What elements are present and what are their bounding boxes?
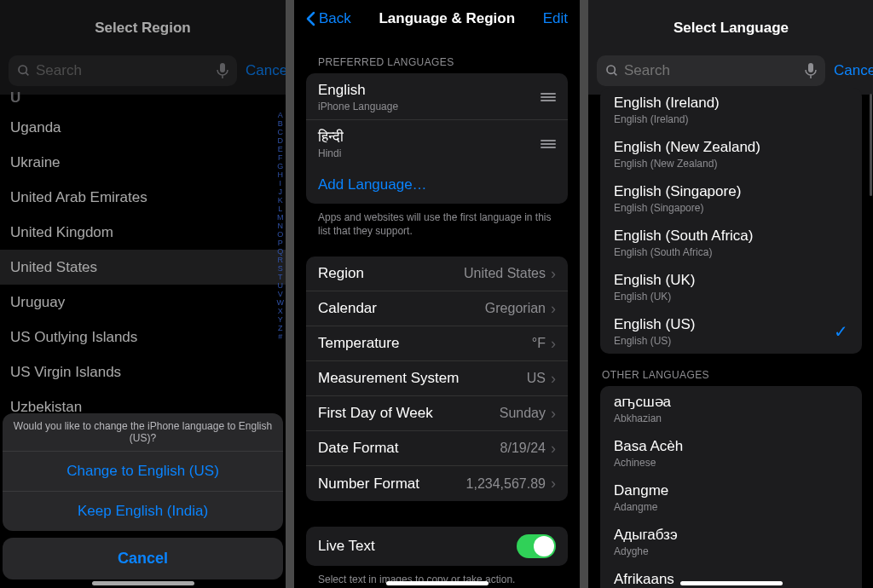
language-row[interactable]: аҧсшәаAbkhazian — [600, 386, 862, 431]
setting-row[interactable]: Number Format1,234,567.89 › — [306, 466, 568, 501]
other-languages-label: OTHER LANGUAGES — [588, 354, 873, 386]
language-row[interactable]: English (Ireland)English (Ireland) — [600, 88, 862, 132]
svg-rect-5 — [808, 63, 813, 72]
change-language-option[interactable]: Change to English (US) — [3, 452, 283, 492]
setting-row[interactable]: RegionUnited States › — [306, 257, 568, 291]
cancel-button[interactable]: Cancel — [3, 538, 283, 579]
mic-icon[interactable] — [805, 63, 817, 78]
language-region-screen: Back Language & Region Edit PREFERRED LA… — [294, 0, 580, 588]
setting-row[interactable]: CalendarGregorian › — [306, 291, 568, 326]
search-icon — [605, 64, 619, 78]
region-settings-card: RegionUnited States ›CalendarGregorian ›… — [306, 257, 568, 501]
language-row[interactable]: English (South Africa)English (South Afr… — [600, 221, 862, 265]
svg-line-4 — [614, 72, 616, 75]
preferred-language-row[interactable]: EnglishiPhone Language — [306, 73, 568, 120]
chevron-right-icon: › — [551, 370, 556, 388]
language-row[interactable]: English (New Zealand)English (New Zealan… — [600, 132, 862, 176]
search-input[interactable] — [624, 62, 805, 79]
preferred-note: Apps and websites will use the first lan… — [294, 204, 580, 238]
chevron-left-icon — [306, 11, 315, 26]
setting-row[interactable]: Temperature°F › — [306, 326, 568, 361]
nav-bar: Back Language & Region Edit — [294, 0, 580, 37]
chevron-right-icon: › — [551, 475, 556, 493]
preferred-languages-card: EnglishiPhone Languageहिन्दीHindi Add La… — [306, 73, 568, 204]
back-button[interactable]: Back — [306, 10, 351, 27]
chevron-right-icon: › — [551, 265, 556, 283]
chevron-right-icon: › — [551, 300, 556, 318]
edit-button[interactable]: Edit — [543, 10, 568, 27]
language-row[interactable]: English (UK)English (UK) — [600, 265, 862, 309]
page-title: Select Language — [588, 0, 873, 55]
chevron-right-icon: › — [551, 405, 556, 423]
keep-language-option[interactable]: Keep English (India) — [3, 492, 283, 531]
live-text-toggle[interactable] — [517, 534, 556, 558]
language-row[interactable]: АдыгабзэAdyghe — [600, 520, 862, 564]
setting-row[interactable]: First Day of WeekSunday › — [306, 396, 568, 431]
live-text-card: Live Text — [306, 527, 568, 566]
preferred-language-row[interactable]: हिन्दीHindi — [306, 120, 568, 166]
action-sheet: Would you like to change the iPhone lang… — [3, 413, 283, 579]
reorder-icon[interactable] — [541, 93, 556, 101]
language-screen: Select Language Cancel English (Ireland)… — [588, 0, 873, 588]
language-row[interactable]: English (US)English (US)✓ — [600, 309, 862, 354]
check-icon: ✓ — [834, 321, 848, 342]
chevron-right-icon: › — [551, 440, 556, 458]
setting-row[interactable]: Measurement SystemUS › — [306, 361, 568, 396]
scroll-indicator[interactable] — [870, 94, 872, 196]
home-indicator[interactable] — [680, 581, 783, 585]
home-indicator[interactable] — [386, 581, 489, 585]
live-text-label: Live Text — [318, 538, 375, 555]
prompt-message: Would you like to change the iPhone lang… — [3, 413, 283, 452]
language-list[interactable]: English (Ireland)English (Ireland)Englis… — [588, 88, 873, 588]
search-field[interactable] — [597, 55, 825, 86]
language-row[interactable]: English (Singapore)English (Singapore) — [600, 176, 862, 221]
svg-point-3 — [607, 66, 615, 73]
preferred-languages-label: PREFERRED LANGUAGES — [294, 37, 580, 73]
region-screen: Select Region Cancel U UgandaUkraineUnit… — [0, 0, 286, 588]
add-language-button[interactable]: Add Language… — [306, 166, 568, 204]
language-row[interactable]: Basa AcèhAchinese — [600, 431, 862, 476]
search-cancel[interactable]: Cancel — [834, 62, 873, 79]
chevron-right-icon: › — [551, 335, 556, 353]
nav-title: Language & Region — [379, 10, 515, 27]
language-row[interactable]: DangmeAdangme — [600, 476, 862, 520]
reorder-icon[interactable] — [541, 140, 556, 148]
setting-row[interactable]: Date Format8/19/24 › — [306, 431, 568, 466]
